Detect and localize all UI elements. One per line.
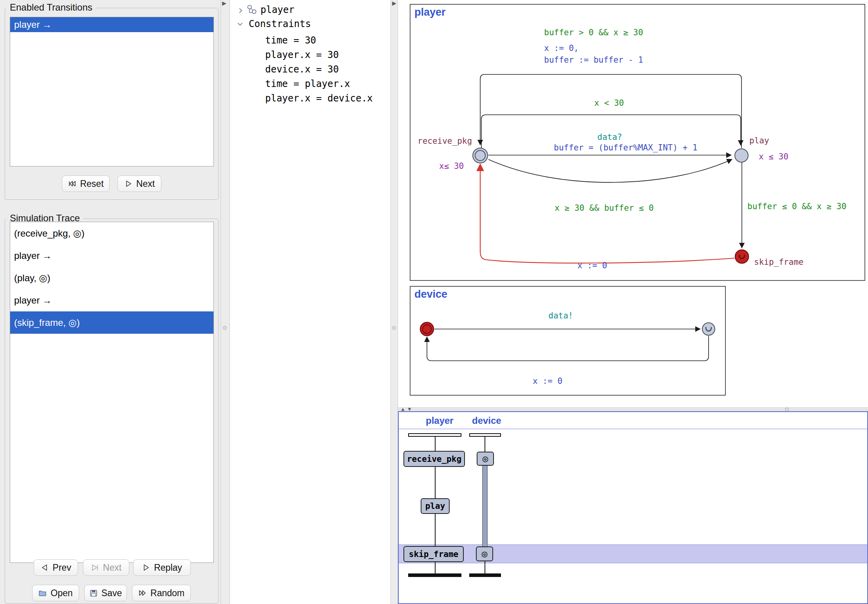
guard-label: buffer > 0 && x ≥ 30 <box>544 28 643 37</box>
replay-button[interactable]: Replay <box>133 559 191 576</box>
save-button-label: Save <box>101 588 122 599</box>
update-label: x := 0, <box>544 43 579 53</box>
step-forward-icon <box>91 563 99 572</box>
save-button[interactable]: Save <box>84 585 127 601</box>
simulation-trace-group: Simulation Trace (receive_pkg, ◎) player… <box>5 219 219 604</box>
tree-expanded-icon[interactable]: › <box>234 19 248 29</box>
save-disk-icon <box>89 589 98 597</box>
bullseye-icon: ◎ <box>483 453 488 464</box>
guard-label: x ≥ 30 && buffer ≤ 0 <box>555 203 654 213</box>
trace-row[interactable]: player → <box>10 244 213 267</box>
replay-icon <box>142 563 150 572</box>
update-label: buffer = (buffer%MAX_INT) + 1 <box>554 143 698 152</box>
trace-row[interactable]: player → <box>10 289 213 311</box>
location-name-play: play <box>749 136 769 145</box>
next-transition-button-label: Next <box>136 179 155 189</box>
msc-player-end-bar <box>408 573 461 577</box>
random-button-label: Random <box>150 588 184 599</box>
location-name-skip-frame: skip_frame <box>754 257 803 267</box>
trace-next-button-label: Next <box>103 562 121 573</box>
msc-device-end-bar <box>469 573 501 577</box>
msc-selected-row-highlight <box>399 544 867 563</box>
reset-button-label: Reset <box>80 179 103 189</box>
msc-event-play[interactable]: play <box>421 498 450 514</box>
msc-device-sync-bar <box>482 465 488 547</box>
constraint-item: player.x = 30 <box>265 48 339 61</box>
update-label: x := 0 <box>577 261 607 270</box>
constraint-item: device.x = 30 <box>265 63 339 76</box>
step-back-icon <box>40 563 49 572</box>
msc-header-rule <box>399 429 867 429</box>
player-template-frame <box>410 4 865 280</box>
collapse-right-icon[interactable]: ▶ <box>222 0 226 6</box>
msc-device-header: device <box>472 415 501 426</box>
reset-icon <box>68 179 76 188</box>
trace-row-selected[interactable]: (skip_frame, ◎) <box>10 311 213 334</box>
bullseye-icon: ◎ <box>482 548 487 559</box>
fast-forward-icon <box>138 589 147 597</box>
invariant-label: x≤ 30 <box>439 161 464 171</box>
location-receive-pkg-initial-ring <box>475 150 485 161</box>
simulator-control-panel: Enabled Transitions player → Reset Next … <box>0 0 221 604</box>
update-label: x := 0 <box>533 376 562 386</box>
random-button[interactable]: Random <box>132 585 191 601</box>
device-template-title: device <box>414 288 447 300</box>
msc-event-receive-pkg[interactable]: receive_pkg <box>403 451 465 467</box>
tree-collapsed-icon[interactable]: › <box>235 3 246 17</box>
open-button-label: Open <box>51 588 72 599</box>
enabled-transitions-list[interactable]: player → <box>10 17 214 166</box>
location-name-receive-pkg: receive_pkg <box>418 136 472 146</box>
tree-node-constraints[interactable]: › Constraints <box>235 17 311 31</box>
guard-label: buffer ≤ 0 && x ≥ 30 <box>747 202 846 211</box>
invariant-label: x ≤ 30 <box>759 152 788 161</box>
collapse-right-icon[interactable]: ▶ <box>392 0 396 6</box>
enabled-transition-row[interactable]: player → <box>10 17 213 32</box>
constraint-item: player.x = device.x <box>265 92 373 105</box>
guard-label: x < 30 <box>594 98 624 108</box>
step-forward-icon <box>124 179 133 188</box>
location-play[interactable] <box>735 149 748 162</box>
msc-player-header: player <box>426 415 454 426</box>
enabled-transitions-title: Enabled Transitions <box>7 2 96 13</box>
splitter-horizontal[interactable]: ▲▼ <box>398 407 868 411</box>
msc-device-marker-box[interactable]: ◎ <box>476 546 493 561</box>
splitter-left[interactable]: ▶ <box>221 0 230 604</box>
splitter-middle[interactable]: ▶ <box>391 0 398 604</box>
message-sequence-chart: player device receive_pkg ◎ play skip_fr… <box>398 411 868 604</box>
device-location-urgent[interactable] <box>702 323 715 335</box>
splitter-handle[interactable] <box>223 326 227 330</box>
tree-node-player[interactable]: › player <box>235 3 295 16</box>
constraint-item: time = 30 <box>265 34 316 47</box>
open-button[interactable]: Open <box>32 585 79 601</box>
device-template-frame <box>410 286 725 395</box>
prev-button[interactable]: Prev <box>34 559 78 576</box>
update-label: buffer := buffer - 1 <box>544 55 643 65</box>
splitter-handle[interactable] <box>392 326 396 330</box>
msc-player-start-bar <box>408 433 461 437</box>
msc-event-skip-frame[interactable]: skip_frame <box>403 546 464 562</box>
automata-canvas: player buffer > 0 && x ≥ 30 x := 0, buff… <box>398 0 868 407</box>
open-folder-icon <box>38 589 47 597</box>
trace-row[interactable]: (receive_pkg, ◎) <box>10 222 213 244</box>
sync-label: data! <box>548 311 573 320</box>
msc-device-marker-box[interactable]: ◎ <box>477 452 494 466</box>
process-template-icon <box>246 4 257 15</box>
tree-node-player-label[interactable]: player <box>260 4 295 15</box>
constraint-item: time = player.x <box>265 77 350 90</box>
trace-next-button[interactable]: Next <box>83 559 129 576</box>
location-skip-frame-current[interactable] <box>735 250 749 263</box>
player-template-title: player <box>414 6 446 18</box>
trace-row[interactable]: (play, ◎) <box>10 267 213 289</box>
tree-node-constraints-label[interactable]: Constraints <box>249 18 311 29</box>
simulation-trace-list[interactable]: (receive_pkg, ◎) player → (play, ◎) play… <box>10 222 214 563</box>
msc-device-start-bar <box>469 433 501 437</box>
splitter-handle[interactable] <box>785 407 789 411</box>
enabled-transitions-group: Enabled Transitions player → Reset Next <box>5 8 219 200</box>
prev-button-label: Prev <box>52 562 71 573</box>
sync-label: data? <box>597 132 622 142</box>
next-transition-button[interactable]: Next <box>118 175 161 192</box>
variables-tree-panel: › player › Constraints time = 30 player.… <box>230 0 391 604</box>
reset-button[interactable]: Reset <box>62 175 110 192</box>
replay-button-label: Replay <box>154 562 182 573</box>
